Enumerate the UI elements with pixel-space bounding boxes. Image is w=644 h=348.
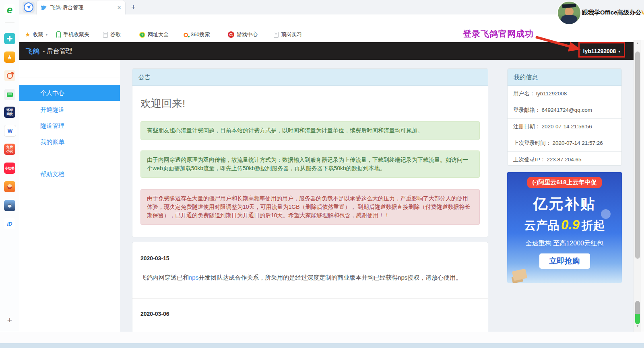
sidebar-item-tunnel-manage[interactable]: 隧道管理 (19, 118, 120, 134)
tab-title: 飞鸽-后台管理 (50, 4, 117, 11)
announcement-body: 欢迎回来! 有些朋友担心流量计费问题，目前本站的计费方式是，以时间和流量为计量单… (132, 86, 488, 237)
tab-strip: 飞鸽-后台管理 ✕ + (19, 0, 644, 14)
browser-tab[interactable]: 飞鸽-后台管理 ✕ (36, 0, 126, 14)
browser-app-sidebar: e ★ 环球网校 W 免费小说 小红书 iD + (0, 0, 20, 348)
scrollbar-up-icon[interactable]: ▲ (634, 41, 641, 45)
bookmark-game-center[interactable]: G 游戏中心 (228, 29, 258, 40)
browser-toolbar: https://www.fgnwct.com/home.html ∨ O ▾ 釜… (19, 14, 644, 29)
phone-icon (56, 31, 61, 38)
news-date: 2020-03-15 (140, 255, 480, 262)
announcement-panel: 公告 欢迎回来! 有些朋友担心流量计费问题，目前本站的计费方式是，以时间和流量为… (132, 68, 488, 237)
side-nav: 个人中心 开通隧道 隧道管理 我的账单 帮助文档 (19, 60, 120, 332)
tab-close-icon[interactable]: ✕ (117, 5, 121, 10)
info-row-last-login-time: 上次登录时间：2020-07-14 21:57:26 (508, 135, 621, 151)
nav-divider (19, 78, 120, 78)
avatar[interactable] (557, 1, 581, 25)
game-character-icon (7, 184, 12, 189)
profile-name[interactable]: 跟我学Office高级办公V (582, 9, 644, 16)
page-scrollbar[interactable]: ▲ ▼ (634, 40, 641, 332)
bookmark-favorites[interactable]: ★ 收藏 ▾ (25, 29, 47, 40)
ad-tagline: 全速重构 至高12000元红包 (507, 239, 622, 248)
hqwx-app-icon[interactable]: 环球网校 (4, 107, 15, 118)
alert-success-1: 有些朋友担心流量计费问题，目前本站的计费方式是，以时间和流量为计量单位，续费后时… (140, 121, 480, 140)
weibo-eye-icon (7, 73, 13, 79)
appbar-divider (5, 23, 14, 23)
news-panel: 2020-03-15 飞鸽内网穿透已和nps开发团队达成合作关系，所采用的是经过… (132, 242, 488, 332)
favorites-app-icon[interactable]: ★ (4, 51, 15, 63)
scrollbar-thumb[interactable] (635, 51, 640, 259)
xiaohongshu-app-icon[interactable]: 小红书 (4, 163, 15, 174)
free-novel-app-icon[interactable]: 免费小说 (4, 144, 15, 155)
battle-game-app-icon[interactable] (4, 200, 15, 211)
news-divider (132, 298, 488, 299)
star-icon: ★ (25, 31, 30, 38)
ad-badge: (-)阿里云618上云年中促 (527, 177, 601, 188)
info-row-register-date: 注册日期：2020-07-14 21:56:56 (508, 118, 621, 135)
aliyun-ad-banner[interactable]: (-)阿里云618上云年中促 亿元补贴 云产品 0.9 折起 全速重构 至高12… (507, 172, 622, 283)
my-info-panel: 我的信息 用户名：lyb11292008 登录邮箱：649241724@qq.c… (507, 68, 622, 166)
game-center-app-icon[interactable] (4, 33, 15, 44)
nav-site-icon: + (139, 32, 145, 38)
ad-subline: 云产品 0.9 折起 (507, 217, 622, 234)
web-page: 飞鸽 - 后台管理 lyb11292008 ▾ 个人中心 开通隧道 隧道管理 我… (19, 40, 644, 332)
browser-logo-icon[interactable]: e (4, 4, 15, 15)
news-item: 2020-03-15 飞鸽内网穿透已和nps开发团队达成合作关系，所采用的是经过… (132, 255, 488, 284)
helmet-icon (8, 204, 12, 208)
cross-icon (7, 36, 12, 41)
brand[interactable]: 飞鸽 (26, 47, 39, 56)
page-title: - 后台管理 (43, 47, 72, 56)
ad-discount-number: 0.9 (561, 217, 580, 232)
paper-plane-icon (24, 2, 33, 12)
annotation-highlight-box (578, 42, 625, 58)
ad-bokeh-decoration (601, 209, 611, 219)
sidebar-item-help-docs[interactable]: 帮助文档 (19, 166, 120, 182)
welcome-heading: 欢迎回来! (140, 97, 480, 111)
game-app-icon[interactable] (4, 181, 15, 192)
alert-success-2: 由于内网穿透的原理为双向传输，故流量统计方式为：数据输入到服务器记录为上传流量，… (140, 150, 480, 178)
bottom-toolbar: ▶ 我的视频 下载 e (0, 332, 644, 344)
word-doc-app-icon[interactable]: W (4, 125, 16, 137)
nps-link[interactable]: nps (189, 274, 198, 281)
ad-cta-button[interactable]: 立即抢购 (539, 253, 590, 269)
ad-package-decoration (512, 269, 527, 281)
add-app-button[interactable]: + (4, 315, 15, 326)
info-row-last-login-ip: 上次登录IP：223.87.204.65 (508, 151, 621, 166)
id-app-icon[interactable]: iD (4, 218, 15, 229)
my-info-title: 我的信息 (508, 69, 621, 86)
annotation-text: 登录飞鸽官网成功 (463, 28, 534, 39)
announcement-panel-title: 公告 (132, 69, 488, 86)
sidebar-item-my-bills[interactable]: 我的账单 (19, 134, 120, 150)
page-right-margin (641, 40, 644, 332)
bookmark-mobile-favorites[interactable]: 手机收藏夹 (56, 29, 89, 40)
bookmark-dinggang[interactable]: 顶岗实习 (274, 29, 302, 40)
sidebar-item-personal-center[interactable]: 个人中心 (19, 85, 120, 101)
news-text: 飞鸽内网穿透已和nps开发团队达成合作关系，所采用的是经过深度定制的商业版本并均… (140, 272, 480, 284)
mail-app-icon[interactable] (4, 89, 15, 100)
news-date: 2020-03-06 (140, 311, 480, 317)
new-tab-button[interactable]: + (131, 3, 136, 12)
pigeon-favicon-icon (41, 5, 47, 10)
alert-danger: 由于免费隧道存在大量的僵尸用户和长期高频率使用的用户，服务器的负载不足以承受这么… (140, 189, 480, 225)
bookmark-google[interactable]: 谷歌 (103, 29, 121, 40)
browser-start-button[interactable] (23, 2, 35, 13)
page-icon (274, 32, 279, 38)
nav-divider (19, 159, 120, 159)
info-row-username: 用户名：lyb11292008 (508, 86, 621, 102)
annotation-arrow-icon (533, 35, 584, 55)
scrollbar-down-icon[interactable]: ▼ (634, 324, 641, 328)
scrollbar-marker[interactable] (635, 301, 640, 324)
bookmark-site-directory[interactable]: + 网址大全 (139, 29, 169, 40)
360-o-icon: O (184, 31, 188, 38)
weibo-app-icon[interactable] (4, 70, 15, 81)
info-row-email: 登录邮箱：649241724@qq.com (508, 102, 621, 118)
game-g-icon: G (228, 31, 234, 38)
envelope-icon (7, 93, 13, 97)
page-icon (103, 32, 108, 38)
taskbar-edge-strip (0, 343, 644, 348)
favorites-caret-icon[interactable]: ▾ (45, 33, 47, 37)
bookmark-360-search[interactable]: O 360搜索 (184, 29, 210, 40)
vip-badge: V (642, 9, 644, 16)
news-item: 2020-03-06 (132, 311, 488, 317)
sidebar-item-open-tunnel[interactable]: 开通隧道 (19, 102, 120, 118)
